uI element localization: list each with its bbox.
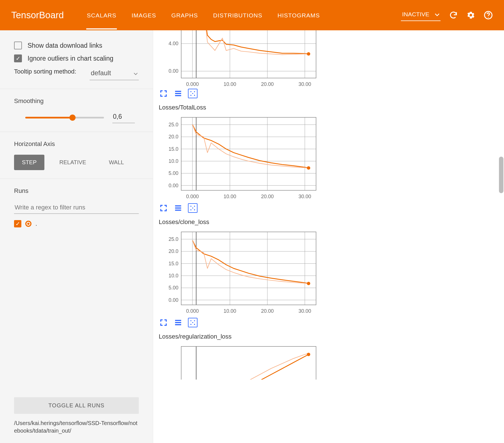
ignore-outliers-checkbox[interactable]: ✓: [14, 54, 22, 62]
settings-sidebar: Show data download links ✓ Ignore outlie…: [0, 30, 153, 443]
refresh-icon[interactable]: [449, 11, 458, 20]
svg-text:20.0: 20.0: [169, 248, 178, 254]
show-downloads-checkbox[interactable]: [14, 42, 22, 49]
svg-text:5.00: 5.00: [169, 170, 178, 176]
svg-text:10.0: 10.0: [169, 158, 178, 164]
chart-title: Losses/TotalLoss: [159, 104, 504, 111]
smoothing-slider[interactable]: [25, 117, 104, 118]
fit-icon[interactable]: [188, 89, 197, 98]
chevron-down-icon: [435, 11, 439, 18]
expand-icon[interactable]: [159, 89, 168, 98]
tooltip-sort-value: default: [91, 69, 111, 77]
svg-text:20.00: 20.00: [261, 81, 274, 86]
chart-canvas[interactable]: 25.020.015.010.05.000.000.00010.0020.003…: [159, 114, 324, 201]
inactive-dropdown[interactable]: INACTIVE: [401, 9, 441, 21]
axis-wall-button[interactable]: WALL: [101, 155, 132, 170]
run-color-swatch: [25, 221, 31, 227]
svg-text:30.00: 30.00: [298, 308, 311, 314]
vertical-scrollbar[interactable]: [499, 157, 503, 193]
axis-relative-button[interactable]: RELATIVE: [51, 155, 94, 170]
chart-block: 8.004.000.000.00010.0020.0030.00: [159, 30, 504, 98]
svg-text:10.00: 10.00: [224, 308, 236, 314]
ignore-outliers-label: Ignore outliers in chart scaling: [28, 55, 113, 62]
svg-rect-98: [181, 346, 316, 380]
svg-text:30.00: 30.00: [298, 194, 311, 199]
svg-point-87: [190, 320, 192, 321]
svg-point-27: [192, 93, 193, 94]
svg-point-99: [307, 353, 310, 356]
svg-point-58: [194, 209, 195, 211]
smoothing-value[interactable]: 0,6: [112, 112, 135, 123]
run-label: .: [35, 220, 37, 227]
tab-scalars[interactable]: SCALARS: [86, 1, 117, 29]
svg-point-57: [190, 209, 192, 211]
svg-text:0.000: 0.000: [186, 81, 199, 86]
svg-text:15.0: 15.0: [169, 146, 178, 152]
svg-text:0.000: 0.000: [186, 194, 199, 199]
svg-text:10.0: 10.0: [169, 273, 178, 278]
tooltip-sort-select[interactable]: default: [90, 68, 139, 80]
svg-text:30.00: 30.00: [298, 81, 311, 86]
horizontal-axis-label: Horizontal Axis: [14, 140, 139, 148]
axis-step-button[interactable]: STEP: [14, 155, 44, 170]
svg-text:0.00: 0.00: [169, 297, 178, 303]
chart-block: Losses/TotalLoss25.020.015.010.05.000.00…: [159, 104, 504, 213]
svg-point-1: [488, 17, 489, 18]
chart-toolbar: [159, 203, 504, 213]
tab-distributions[interactable]: DISTRIBUTIONS: [213, 1, 263, 29]
svg-text:10.00: 10.00: [224, 81, 236, 86]
svg-text:0.00: 0.00: [169, 68, 178, 74]
chevron-down-icon: [134, 69, 138, 77]
svg-point-91: [192, 322, 193, 323]
chart-title: Losses/regularization_loss: [159, 333, 504, 340]
slider-thumb[interactable]: [69, 115, 76, 121]
svg-point-51: [307, 166, 310, 170]
show-downloads-label: Show data download links: [28, 42, 102, 49]
svg-point-24: [194, 91, 195, 92]
svg-text:15.0: 15.0: [169, 261, 178, 266]
svg-rect-50: [181, 117, 316, 190]
svg-point-59: [192, 207, 193, 209]
chart-toolbar: [159, 89, 504, 98]
svg-point-23: [190, 91, 192, 92]
app-header: TensorBoard SCALARS IMAGES GRAPHS DISTRI…: [0, 0, 504, 30]
chart-canvas[interactable]: 25.020.015.010.05.000.000.00010.0020.003…: [159, 229, 324, 316]
svg-point-56: [194, 206, 195, 207]
chart-canvas[interactable]: 0.5300.530: [159, 343, 324, 380]
tab-graphs[interactable]: GRAPHS: [171, 1, 199, 29]
svg-text:20.00: 20.00: [261, 308, 274, 314]
svg-text:10.00: 10.00: [224, 194, 236, 199]
fit-icon[interactable]: [188, 318, 197, 327]
svg-point-88: [194, 320, 195, 321]
tab-histograms[interactable]: HISTOGRAMS: [277, 1, 321, 29]
list-icon[interactable]: [173, 89, 183, 98]
toggle-all-runs-button[interactable]: TOGGLE ALL RUNS: [14, 397, 139, 414]
runs-filter-input[interactable]: [14, 202, 139, 214]
svg-point-26: [194, 95, 195, 96]
run-checkbox[interactable]: ✓: [14, 220, 21, 227]
chart-canvas[interactable]: 8.004.000.000.00010.0020.0030.00: [159, 30, 324, 86]
smoothing-label: Smoothing: [14, 97, 139, 105]
svg-point-25: [190, 95, 192, 96]
svg-text:5.00: 5.00: [169, 285, 178, 291]
expand-icon[interactable]: [159, 203, 168, 213]
help-icon[interactable]: [484, 11, 493, 20]
fit-icon[interactable]: [188, 203, 197, 213]
chart-block: Losses/regularization_loss0.5300.530: [159, 333, 504, 380]
dropdown-label: INACTIVE: [402, 11, 429, 18]
svg-rect-82: [181, 232, 316, 305]
header-actions: INACTIVE: [401, 9, 493, 21]
svg-point-55: [190, 206, 192, 207]
gear-icon[interactable]: [466, 11, 475, 20]
svg-text:25.0: 25.0: [169, 122, 178, 127]
svg-text:0.00: 0.00: [169, 183, 178, 188]
tab-images[interactable]: IMAGES: [131, 1, 157, 29]
run-item[interactable]: ✓ .: [14, 220, 139, 227]
tooltip-sort-label: Tooltip sorting method:: [14, 68, 76, 75]
list-icon[interactable]: [173, 203, 183, 213]
app-title: TensorBoard: [11, 10, 64, 20]
check-icon: ✓: [16, 56, 21, 61]
expand-icon[interactable]: [159, 318, 168, 327]
list-icon[interactable]: [173, 318, 183, 327]
check-icon: ✓: [15, 221, 20, 227]
